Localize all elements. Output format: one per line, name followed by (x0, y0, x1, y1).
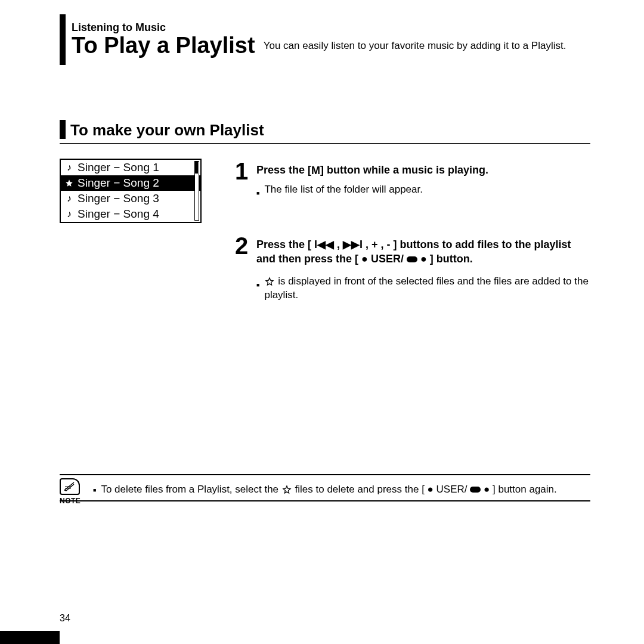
step-heading: Press the [ I◀◀ , ▶▶I , + , - ] buttons … (256, 237, 589, 266)
page-title: To Play a Playlist (72, 33, 255, 58)
list-item: ♪Singer − Song 4 (61, 206, 200, 222)
step-bullet: ■ is displayed in front of the selected … (256, 274, 589, 302)
list-item: ♪Singer − Song 1 (61, 160, 200, 175)
step-head-pre: Press the [ (256, 164, 311, 176)
star-icon (264, 276, 275, 287)
subheading-accent-bar (60, 120, 66, 139)
step-bullet: ■ The file list of the folder will appea… (256, 182, 589, 200)
note-body: To delete files from a Playlist, select … (101, 484, 556, 496)
list-item-label: Singer − Song 2 (78, 177, 159, 190)
step-head-post: ] button while a music is playing. (320, 164, 488, 176)
music-note-icon: ♪ (64, 193, 74, 204)
menu-m-icon: M (311, 163, 320, 178)
bullet-square-icon: ■ (93, 487, 96, 493)
list-item-label: Singer − Song 4 (78, 208, 159, 221)
scrollbar-thumb (194, 162, 198, 174)
star-icon (281, 484, 292, 495)
divider (60, 143, 590, 144)
list-item-label: Singer − Song 3 (78, 192, 159, 205)
star-icon (64, 179, 74, 187)
step-heading: Press the [M] button while a music is pl… (256, 163, 589, 178)
note-icon (60, 478, 80, 495)
step-1: 1 Press the [M] button while a music is … (235, 163, 589, 200)
step-number: 1 (235, 158, 248, 185)
music-note-icon: ♪ (64, 162, 74, 173)
device-screen: ♪Singer − Song 1Singer − Song 2♪Singer −… (60, 159, 202, 223)
list-item: ♪Singer − Song 3 (61, 191, 200, 206)
chapter-label: Listening to Music (72, 21, 166, 34)
step-2: 2 Press the [ I◀◀ , ▶▶I , + , - ] button… (235, 237, 589, 302)
bullet-text: is displayed in front of the selected fi… (264, 274, 589, 302)
chapter-accent-bar (60, 14, 66, 65)
subheading: To make your own Playlist (70, 121, 264, 140)
page-subtitle: You can easily listen to your favorite m… (264, 39, 566, 52)
pencil-note-icon (63, 481, 76, 492)
bullet-text: The file list of the folder will appear. (264, 182, 423, 196)
note-divider-top (60, 474, 590, 475)
bullet-square-icon: ■ (256, 278, 259, 292)
page-number: 34 (60, 613, 70, 624)
footer-tab (0, 631, 60, 644)
bullet-square-icon: ■ (256, 187, 259, 200)
note-divider-bottom (60, 500, 590, 501)
list-item: Singer − Song 2 (61, 175, 200, 191)
music-note-icon: ♪ (64, 209, 74, 219)
step-number: 2 (235, 233, 248, 259)
note-text: ■ To delete files from a Playlist, selec… (93, 484, 557, 496)
record-pill-icon (407, 256, 417, 262)
list-item-label: Singer − Song 1 (78, 161, 159, 174)
record-pill-icon (470, 487, 481, 493)
